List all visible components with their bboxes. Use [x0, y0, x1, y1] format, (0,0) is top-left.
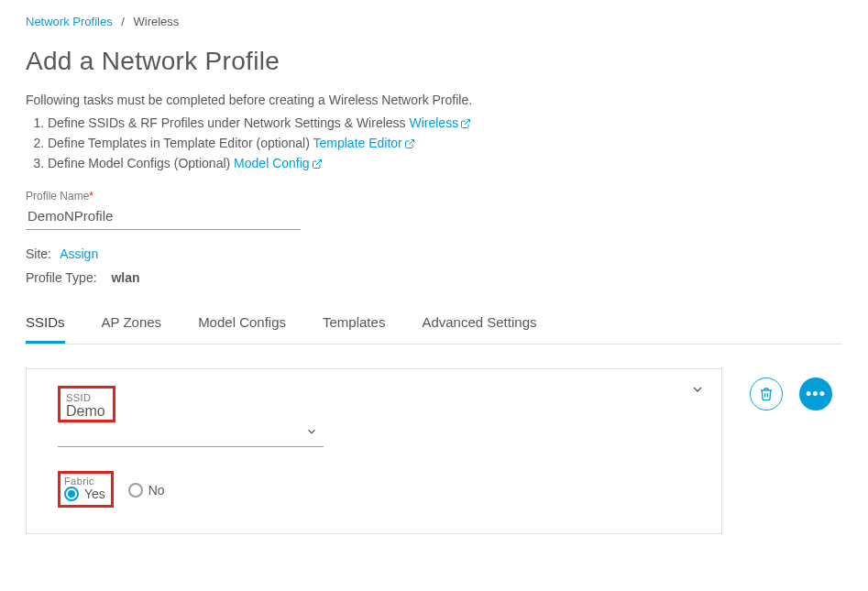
- profile-type-row: Profile Type: wlan: [26, 270, 842, 285]
- tab-advanced-settings[interactable]: Advanced Settings: [422, 305, 536, 344]
- profile-name-input[interactable]: [26, 202, 301, 230]
- fabric-label: Fabric: [64, 476, 105, 487]
- chevron-down-icon: [305, 425, 318, 441]
- radio-label: Yes: [84, 487, 105, 501]
- task-item: Define Model Configs (Optional) Model Co…: [48, 153, 842, 173]
- more-actions-button[interactable]: •••: [799, 378, 832, 410]
- tab-model-configs[interactable]: Model Configs: [198, 305, 286, 344]
- svg-line-1: [409, 140, 414, 146]
- tab-templates[interactable]: Templates: [323, 305, 385, 344]
- prereq-task-list: Define SSIDs & RF Profiles under Network…: [48, 113, 842, 173]
- task-text: Define SSIDs & RF Profiles under Network…: [48, 115, 406, 130]
- ssid-card: SSID Demo Fabric Yes No: [26, 368, 722, 534]
- breadcrumb-root-link[interactable]: Network Profiles: [26, 15, 113, 28]
- intro-text: Following tasks must be completed before…: [26, 93, 842, 107]
- site-label: Site:: [26, 246, 51, 261]
- fabric-radio-yes[interactable]: Yes: [64, 487, 105, 501]
- svg-line-0: [465, 120, 470, 126]
- breadcrumb: Network Profiles / Wireless: [26, 15, 842, 28]
- card-side-actions: •••: [750, 378, 832, 410]
- collapse-toggle[interactable]: [690, 382, 705, 399]
- ssid-highlight-box: SSID Demo: [58, 386, 115, 422]
- wireless-link[interactable]: Wireless: [409, 115, 471, 130]
- task-item: Define Templates in Template Editor (opt…: [48, 133, 842, 153]
- external-link-icon: [312, 159, 323, 170]
- ssid-field: SSID Demo: [58, 386, 324, 447]
- assign-site-link[interactable]: Assign: [60, 246, 98, 261]
- radio-icon: [64, 487, 79, 501]
- page-title: Add a Network Profile: [26, 47, 842, 76]
- fabric-highlight-box: Fabric Yes: [58, 471, 114, 508]
- required-marker: *: [89, 190, 93, 202]
- ssid-label: SSID: [66, 392, 105, 403]
- chevron-down-icon: [690, 382, 705, 397]
- site-row: Site: Assign: [26, 246, 842, 261]
- tab-ap-zones[interactable]: AP Zones: [102, 305, 162, 344]
- template-editor-link[interactable]: Template Editor: [313, 136, 415, 150]
- breadcrumb-current: Wireless: [134, 15, 180, 28]
- task-text: Define Templates in Template Editor (opt…: [48, 136, 310, 150]
- dots-horizontal-icon: •••: [806, 386, 826, 402]
- profile-name-label: Profile Name*: [26, 190, 842, 202]
- task-item: Define SSIDs & RF Profiles under Network…: [48, 113, 842, 133]
- breadcrumb-separator: /: [121, 15, 125, 28]
- external-link-icon: [404, 138, 415, 149]
- profile-tabs: SSIDs AP Zones Model Configs Templates A…: [26, 305, 842, 345]
- ssid-select[interactable]: [58, 421, 324, 447]
- svg-line-2: [316, 160, 322, 166]
- task-text: Define Model Configs (Optional): [48, 156, 230, 170]
- profile-type-label: Profile Type:: [26, 270, 97, 285]
- fabric-radio-no[interactable]: No: [128, 483, 165, 498]
- tab-ssids[interactable]: SSIDs: [26, 305, 65, 344]
- ssid-selected-value: Demo: [66, 403, 105, 420]
- profile-name-field: Profile Name*: [26, 190, 842, 230]
- radio-icon: [128, 483, 143, 498]
- model-config-link[interactable]: Model Config: [234, 156, 323, 170]
- profile-type-value: wlan: [111, 270, 139, 285]
- delete-button[interactable]: [750, 378, 783, 410]
- fabric-field: Fabric Yes No: [58, 471, 699, 508]
- trash-icon: [759, 387, 774, 401]
- external-link-icon: [460, 118, 471, 129]
- radio-label: No: [148, 483, 165, 498]
